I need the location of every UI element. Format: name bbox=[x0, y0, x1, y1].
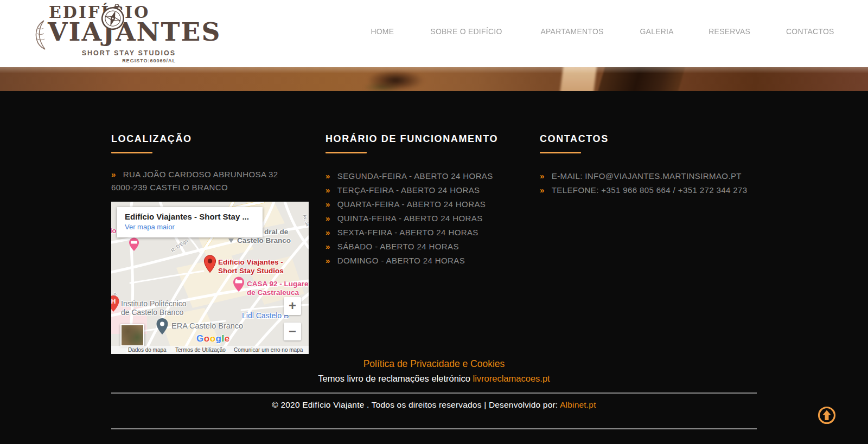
map-label-era: ERA Castelo Branco bbox=[171, 321, 243, 330]
schedule-item: »SEGUNDA-FEIRA - ABERTO 24 HORAS bbox=[326, 169, 540, 183]
schedule-item: »SÁBADO - ABERTO 24 HORAS bbox=[326, 240, 540, 254]
schedule-item: »QUARTA-FEIRA - ABERTO 24 HORAS bbox=[326, 197, 540, 211]
address-text-line1: RUA JOÃO CARDOSO ABRUNHOSA 32 bbox=[123, 170, 278, 179]
double-chevron-icon: » bbox=[111, 170, 116, 179]
double-chevron-icon: » bbox=[540, 171, 545, 181]
footer-column-horario: HORÁRIO DE FUNCIONAMENTO »SEGUNDA-FEIRA … bbox=[326, 133, 540, 354]
nav-item-apartamentos[interactable]: APARTAMENTOS bbox=[540, 27, 603, 36]
double-chevron-icon: » bbox=[326, 185, 330, 195]
schedule-item: »SEXTA-FEIRA - ABERTO 24 HORAS bbox=[326, 226, 540, 240]
map-report-error-link[interactable]: Comunicar um erro no mapa bbox=[234, 347, 303, 353]
nav-item-home[interactable]: HOME bbox=[371, 27, 394, 36]
map-label-casa92-line2: de Castraleuca bbox=[247, 288, 299, 297]
complaints-text: Temos livro de reclamações eletrónico bbox=[318, 374, 470, 383]
map-street-cut-left: lo bbox=[111, 227, 117, 235]
map-label-lidl: Lidl Castelo B bbox=[242, 311, 289, 320]
ver-mapa-maior-link[interactable]: Ver mapa maior bbox=[125, 223, 255, 231]
map-zoom-out-button[interactable]: − bbox=[284, 323, 301, 340]
map-streetview-thumbnail[interactable] bbox=[120, 324, 144, 346]
map-label-catedral-line1: dral de bbox=[264, 228, 288, 236]
nav-item-sobre-o-edificio[interactable]: SOBRE O EDIFÍCIO bbox=[430, 27, 502, 36]
horario-title: HORÁRIO DE FUNCIONAMENTO bbox=[326, 133, 540, 145]
double-chevron-icon: » bbox=[326, 228, 330, 237]
logo-tagline: SHORT STAY STUDIOS bbox=[34, 49, 176, 57]
catedral-poi-icon bbox=[228, 239, 234, 243]
map-label-catedral-line2: Castelo Branco bbox=[237, 236, 291, 244]
legal-links-block: Política de Privacidade e Cookies Temos … bbox=[111, 358, 757, 384]
albinet-link[interactable]: Albinet.pt bbox=[560, 400, 596, 409]
localizacao-title: LOCALIZAÇÃO bbox=[111, 133, 326, 145]
schedule-text: QUARTA-FEIRA - ABERTO 24 HORAS bbox=[337, 200, 486, 209]
privacy-policy-link[interactable]: Política de Privacidade e Cookies bbox=[363, 358, 505, 370]
map-attribution-bar: Dados do mapa Termos de Utilização Comun… bbox=[111, 346, 309, 354]
hospital-pin-icon: H bbox=[111, 295, 120, 314]
schedule-item: »DOMINGO - ABERTO 24 HORAS bbox=[326, 254, 540, 268]
horario-underline bbox=[326, 152, 367, 153]
map-label-instituto-line1: Instituto Politécnico bbox=[121, 299, 187, 308]
nav-item-reservas[interactable]: RESERVAS bbox=[709, 27, 750, 36]
map-zoom-in-button[interactable]: + bbox=[284, 297, 301, 315]
address-line: »RUA JOÃO CARDOSO ABRUNHOSA 32 bbox=[111, 168, 326, 182]
map-info-title: Edifício Viajantes - Short Stay ... bbox=[125, 212, 255, 221]
map-label-casa92-line1: CASA 92 - Lugare bbox=[247, 280, 309, 288]
hero-image bbox=[0, 67, 868, 91]
main-nav: HOME SOBRE O EDIFÍCIO APARTAMENTOS GALER… bbox=[369, 0, 837, 62]
nav-item-contactos[interactable]: CONTACTOS bbox=[786, 27, 834, 36]
map-label-instituto-line2: de Castelo Branco bbox=[121, 308, 183, 317]
lodging-pin-casa92-icon bbox=[233, 276, 245, 294]
double-chevron-icon: » bbox=[326, 242, 330, 251]
double-chevron-icon: » bbox=[326, 256, 330, 265]
double-chevron-icon: » bbox=[326, 214, 330, 223]
schedule-text: TERÇA-FEIRA - ABERTO 24 HORAS bbox=[337, 185, 480, 195]
double-chevron-icon: » bbox=[540, 185, 545, 195]
address-text-line2: 6000-239 CASTELO BRANCO bbox=[111, 182, 326, 193]
map-terms-link[interactable]: Termos de Utilização bbox=[175, 347, 226, 353]
contact-item-email: »E-MAIL: INFO@VIAJANTES.MARTINSIRMAO.PT bbox=[540, 169, 757, 183]
svg-text:H: H bbox=[111, 298, 116, 305]
schedule-text: QUINTA-FEIRA - ABERTO 24 HORAS bbox=[337, 214, 483, 223]
complaints-book-link[interactable]: livroreclamacoes.pt bbox=[473, 374, 550, 383]
footer: LOCALIZAÇÃO »RUA JOÃO CARDOSO ABRUNHOSA … bbox=[0, 91, 868, 444]
complaints-line: Temos livro de reclamações eletrónico li… bbox=[111, 374, 757, 384]
hero-top-sheen bbox=[0, 67, 868, 91]
contactos-underline bbox=[540, 152, 581, 153]
contact-phone-text: TELEFONE: +351 966 805 664 / +351 272 34… bbox=[552, 185, 748, 195]
map-attribution-data: Dados do mapa bbox=[128, 347, 167, 353]
schedule-text: SEXTA-FEIRA - ABERTO 24 HORAS bbox=[337, 228, 478, 237]
schedule-item: »QUINTA-FEIRA - ABERTO 24 HORAS bbox=[326, 211, 540, 226]
localizacao-underline bbox=[111, 152, 152, 153]
divider-bottom bbox=[111, 428, 757, 429]
footer-column-localizacao: LOCALIZAÇÃO »RUA JOÃO CARDOSO ABRUNHOSA … bbox=[111, 133, 326, 354]
map-label-marker-line1: Edifício Viajantes - bbox=[218, 258, 283, 266]
copyright-text: © 2020 Edifício Viajante . Todos os dire… bbox=[272, 400, 558, 409]
era-pin-icon bbox=[156, 318, 169, 337]
map-info-window: Edifício Viajantes - Short Stay ... Ver … bbox=[117, 207, 263, 237]
double-chevron-icon: » bbox=[326, 200, 330, 209]
schedule-text: SEGUNDA-FEIRA - ABERTO 24 HORAS bbox=[337, 171, 493, 181]
double-chevron-icon: » bbox=[326, 171, 330, 181]
lodging-pin-left-icon bbox=[129, 237, 139, 254]
schedule-text: SÁBADO - ABERTO 24 HORAS bbox=[337, 242, 459, 251]
google-map-embed[interactable]: H dral de Castelo Branco Edifício Viajan… bbox=[111, 202, 309, 354]
site-header: EDIFÍCIO VIAJANTES SHORT STAY STUDIOS RE… bbox=[0, 0, 868, 67]
logo-registo: REGISTO:60069/AL bbox=[34, 58, 176, 63]
schedule-item: »TERÇA-FEIRA - ABERTO 24 HORAS bbox=[326, 183, 540, 197]
nav-item-galeria[interactable]: GALERIA bbox=[640, 27, 673, 36]
map-label-marker-line2: Short Stay Studios bbox=[218, 267, 284, 275]
contact-item-phone: »TELEFONE: +351 966 805 664 / +351 272 3… bbox=[540, 183, 757, 197]
scroll-to-top-button[interactable] bbox=[817, 406, 837, 425]
copyright-line: © 2020 Edifício Viajante . Todos os dire… bbox=[111, 400, 757, 410]
main-marker-icon bbox=[203, 255, 216, 275]
divider-top bbox=[111, 392, 757, 394]
site-logo[interactable]: EDIFÍCIO VIAJANTES SHORT STAY STUDIOS RE… bbox=[34, 3, 176, 63]
feather-icon bbox=[34, 20, 47, 52]
contact-email-text: E-MAIL: INFO@VIAJANTES.MARTINSIRMAO.PT bbox=[552, 171, 742, 181]
schedule-text: DOMINGO - ABERTO 24 HORAS bbox=[337, 256, 465, 265]
contactos-title: CONTACTOS bbox=[540, 133, 757, 145]
arrow-up-icon bbox=[817, 406, 837, 425]
footer-column-contactos: CONTACTOS »E-MAIL: INFO@VIAJANTES.MARTIN… bbox=[540, 133, 757, 354]
google-logo[interactable]: Google bbox=[196, 333, 230, 344]
